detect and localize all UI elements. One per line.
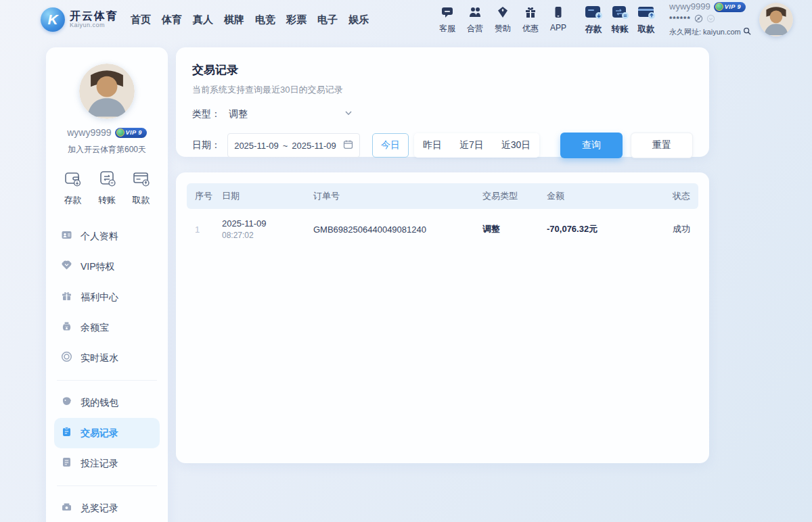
table-row[interactable]: 1 2025-11-09 08:27:02 GMB698250644004908…	[187, 209, 698, 250]
username: wywy9999	[669, 1, 710, 12]
quick-link-label: 赞助	[495, 23, 511, 34]
date-separator: ~	[283, 141, 288, 151]
transfer-action[interactable]: 转账	[98, 169, 116, 206]
cell-status: 成功	[669, 223, 690, 235]
menu-divider	[57, 485, 157, 486]
deposit-link[interactable]: 存款	[584, 5, 603, 35]
main-nav: 首页 体育 真人 棋牌 电竞 彩票 电子 娱乐	[129, 11, 370, 29]
sidebar-item-profile[interactable]: 个人资料	[54, 221, 160, 252]
avatar[interactable]	[759, 3, 793, 37]
withdraw-link[interactable]: 取款	[637, 5, 656, 35]
masked-balance: ******	[669, 15, 691, 24]
wallet-link-label: 转账	[612, 24, 629, 35]
col-header-index: 序号	[195, 190, 222, 202]
nav-item-cards[interactable]: 棋牌	[223, 11, 246, 29]
type-label: 类型：	[192, 108, 227, 120]
transfer-link[interactable]: 转账	[610, 5, 629, 35]
search-button[interactable]: 查询	[560, 133, 623, 158]
people-icon	[468, 5, 482, 22]
cell-date: 2025-11-09 08:27:02	[222, 218, 313, 240]
sidebar-item-yuebao[interactable]: 余额宝	[54, 312, 160, 343]
gift-icon	[524, 5, 537, 22]
refresh-circle-icon[interactable]	[706, 13, 715, 26]
profile-avatar[interactable]	[79, 64, 135, 119]
vip-level-label: VIP 9	[725, 3, 741, 11]
sidebar-item-rebate[interactable]: 实时返水	[54, 343, 160, 373]
vip-diamond-icon	[61, 260, 72, 274]
wallet-link-label: 取款	[638, 24, 655, 35]
transfer-exchange-icon	[98, 169, 116, 190]
date-filter-row: 日期： 2025-11-09 ~ 2025-11-09 今日 昨日 近7日 近3…	[192, 133, 693, 158]
cell-amount: -70,076.32元	[547, 223, 669, 235]
page-subtitle: 当前系统支持查询最近30日的交易记录	[192, 84, 693, 96]
range-today-button[interactable]: 今日	[372, 133, 409, 158]
quick-link-label: 合营	[467, 23, 483, 34]
range-30days-button[interactable]: 近30日	[493, 133, 540, 158]
benefit-gift-icon	[61, 290, 72, 304]
app-download-link[interactable]: APP	[547, 5, 569, 34]
card-withdraw-icon	[132, 169, 150, 190]
nav-item-home[interactable]: 首页	[129, 11, 152, 29]
profile-username: wywy9999	[67, 127, 111, 138]
cell-time-value: 08:27:02	[222, 231, 313, 240]
deposit-action[interactable]: 存款	[64, 169, 82, 206]
magnifier-icon[interactable]	[743, 27, 751, 38]
logo-text: 开云体育 Kaiyun.com	[70, 10, 118, 28]
rebate-circle-icon	[61, 351, 72, 365]
cell-order-no: GMB6982506440049081240	[313, 224, 482, 235]
vip-medal-icon	[715, 3, 723, 11]
nav-item-esports[interactable]: 电竞	[254, 11, 277, 29]
range-7days-button[interactable]: 近7日	[451, 133, 493, 158]
profile-vip-badge: VIP 9	[115, 128, 147, 138]
col-header-status: 状态	[669, 190, 690, 202]
topbar-user-info: wywy9999 VIP 9 ****** 永久网址: kaiyun.com	[669, 1, 751, 38]
sidebar-item-prizes[interactable]: 兑奖记录	[54, 493, 160, 522]
reset-button[interactable]: 重置	[631, 133, 693, 158]
date-range-input[interactable]: 2025-11-09 ~ 2025-11-09	[227, 133, 360, 158]
date-start: 2025-11-09	[234, 141, 279, 151]
brand-logo[interactable]: K 开云体育 Kaiyun.com	[41, 7, 118, 32]
eye-off-icon[interactable]	[694, 13, 703, 26]
nav-item-sports[interactable]: 体育	[160, 11, 183, 29]
cell-date-value: 2025-11-09	[222, 218, 313, 229]
cell-type: 调整	[482, 223, 547, 235]
chevron-down-icon	[344, 108, 353, 120]
chat-bubble-icon	[441, 5, 454, 22]
nav-item-live[interactable]: 真人	[191, 11, 215, 29]
quick-link-label: 优惠	[522, 23, 539, 34]
sponsor-link[interactable]: 赞助	[492, 5, 514, 34]
prize-records-icon	[61, 501, 72, 515]
money-pot-icon	[61, 321, 72, 335]
sidebar-item-benefits[interactable]: 福利中心	[54, 282, 160, 312]
vip-badge: VIP 9	[714, 2, 746, 12]
wallet-deposit-icon	[64, 169, 82, 190]
bet-records-icon	[61, 456, 72, 471]
brand-domain: Kaiyun.com	[70, 22, 118, 29]
range-yesterday-button[interactable]: 昨日	[414, 133, 451, 158]
deposit-card-icon	[584, 5, 603, 22]
nav-item-lottery[interactable]: 彩票	[285, 11, 308, 29]
promotions-link[interactable]: 优惠	[520, 5, 541, 34]
quick-action-label: 取款	[133, 194, 150, 206]
sidebar-item-wallet[interactable]: 我的钱包	[54, 387, 160, 418]
page-title: 交易记录	[192, 62, 693, 78]
type-select[interactable]: 调整	[227, 105, 355, 123]
topbar-quick-links: 客服 合营 赞助 优惠 APP	[436, 5, 569, 34]
type-filter-row: 类型： 调整	[192, 105, 693, 123]
customer-service-link[interactable]: 客服	[436, 5, 458, 34]
sidebar-item-vip[interactable]: VIP特权	[54, 252, 160, 282]
topbar-wallet-links: 存款 转账 取款	[584, 5, 656, 35]
col-header-order: 订单号	[313, 190, 482, 202]
nav-item-slots[interactable]: 电子	[316, 11, 339, 29]
quick-action-label: 转账	[98, 194, 116, 206]
sidebar-item-bets[interactable]: 投注记录	[54, 448, 160, 479]
sidebar-item-transactions[interactable]: 交易记录	[54, 418, 160, 448]
menu-divider	[57, 380, 157, 381]
nav-item-entertainment[interactable]: 娱乐	[347, 11, 370, 29]
page-layout: wywy9999 VIP 9 加入开云体育第600天 存款 转账 取款	[0, 39, 812, 522]
partner-link[interactable]: 合营	[464, 5, 486, 34]
sidebar: wywy9999 VIP 9 加入开云体育第600天 存款 转账 取款	[46, 47, 168, 522]
withdraw-action[interactable]: 取款	[132, 169, 150, 206]
withdraw-card-icon	[637, 5, 656, 22]
quick-action-label: 存款	[64, 194, 82, 206]
